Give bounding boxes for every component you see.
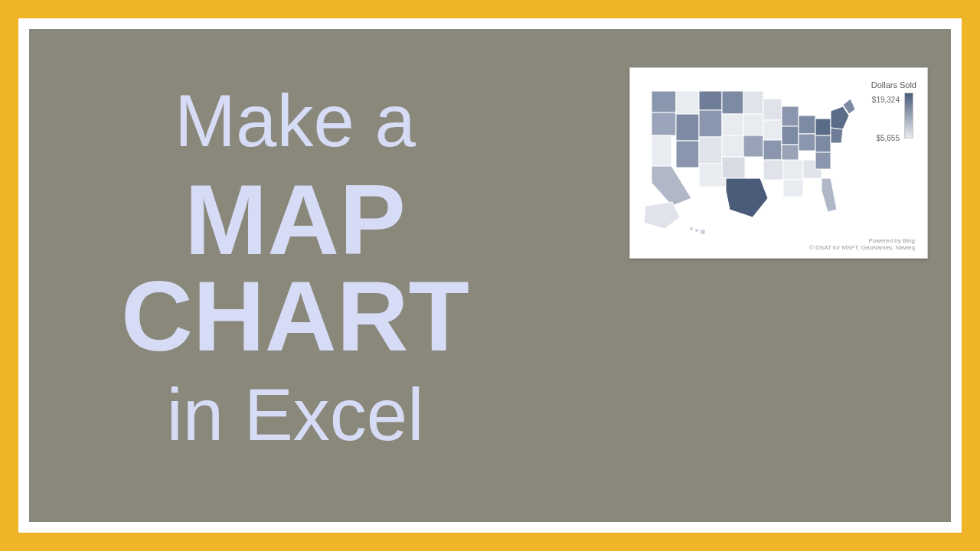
svg-rect-1 [652, 112, 676, 135]
legend-max-value: $19,324 [872, 96, 900, 104]
svg-rect-7 [699, 91, 722, 110]
title-block: Make a MAP CHART in Excel [121, 83, 469, 454]
map-chart-thumbnail: Dollars Sold $19,324 $5,655 [629, 67, 928, 259]
svg-rect-27 [783, 180, 803, 197]
title-line-4: in Excel [121, 377, 469, 454]
svg-rect-34 [815, 152, 831, 169]
attribution-line-1: Powered by Bing [809, 237, 915, 245]
svg-rect-15 [743, 114, 763, 135]
svg-rect-19 [763, 99, 782, 120]
svg-rect-17 [722, 157, 745, 178]
svg-rect-30 [799, 116, 815, 134]
svg-marker-36 [831, 128, 843, 143]
svg-rect-6 [676, 141, 699, 168]
svg-rect-8 [699, 110, 722, 137]
svg-marker-18 [726, 178, 768, 217]
svg-point-41 [701, 230, 705, 234]
svg-rect-33 [815, 135, 831, 152]
svg-point-40 [695, 229, 698, 232]
svg-rect-31 [799, 134, 815, 151]
legend-min-value: $5,655 [876, 134, 900, 142]
svg-rect-2 [652, 135, 671, 166]
svg-rect-11 [722, 91, 743, 114]
svg-rect-21 [763, 140, 782, 160]
svg-rect-32 [815, 119, 831, 135]
legend-gradient-bar [904, 93, 913, 139]
legend-title: Dollars Sold [866, 80, 916, 90]
svg-rect-12 [722, 114, 743, 135]
outer-border-frame: Make a MAP CHART in Excel Dollars Sold $… [0, 0, 980, 551]
title-line-3: CHART [121, 264, 469, 369]
usa-map-icon [638, 76, 867, 236]
map-chart-content: Dollars Sold $19,324 $5,655 [638, 76, 920, 253]
svg-rect-23 [782, 126, 799, 145]
svg-marker-38 [644, 202, 680, 229]
svg-rect-26 [783, 160, 803, 180]
inner-white-frame: Make a MAP CHART in Excel Dollars Sold $… [18, 18, 962, 533]
svg-rect-0 [652, 91, 676, 112]
svg-rect-22 [782, 106, 799, 126]
svg-rect-16 [743, 135, 763, 157]
svg-rect-20 [763, 120, 782, 140]
svg-marker-3 [652, 166, 691, 206]
svg-rect-25 [763, 160, 783, 180]
svg-rect-5 [676, 114, 699, 141]
svg-rect-14 [743, 91, 763, 114]
svg-rect-13 [722, 135, 743, 157]
map-attribution: Powered by Bing © DSAT for MSFT, GeoName… [809, 237, 915, 252]
svg-point-39 [690, 227, 693, 230]
attribution-line-2: © DSAT for MSFT, GeoNames, Navteq [809, 244, 915, 252]
svg-rect-9 [699, 137, 722, 164]
svg-marker-29 [822, 178, 837, 212]
title-line-1: Make a [121, 83, 469, 160]
map-legend: Dollars Sold $19,324 $5,655 [866, 80, 916, 139]
slide-canvas: Make a MAP CHART in Excel Dollars Sold $… [29, 29, 951, 522]
title-line-2: MAP [121, 168, 469, 272]
svg-rect-4 [676, 91, 699, 114]
